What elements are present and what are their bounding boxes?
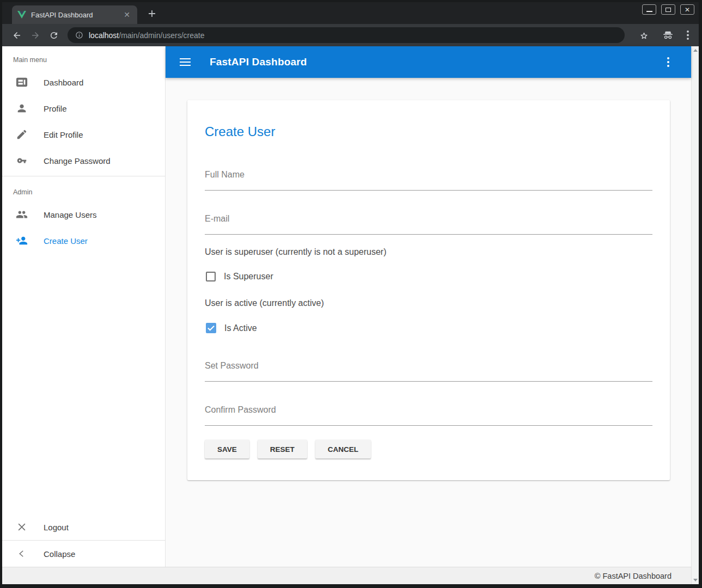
sidebar: Main menu Dashboard Profile [2,46,166,567]
sidebar-item-change-password[interactable]: Change Password [2,148,165,174]
sidebar-item-edit-profile[interactable]: Edit Profile [2,121,165,148]
close-icon [15,520,28,534]
sidebar-item-label: Collapse [44,549,75,559]
email-field[interactable]: E-mail [205,214,652,235]
confirm-password-field[interactable]: Confirm Password [205,405,652,426]
reload-button[interactable] [46,28,62,43]
maximize-button[interactable] [661,4,675,15]
sidebar-item-label: Profile [44,104,67,113]
sidebar-item-label: Manage Users [44,210,97,219]
browser-tab[interactable]: FastAPI Dashboard ✕ [12,5,137,24]
tab-title: FastAPI Dashboard [31,11,122,19]
appbar-kebab-menu-icon[interactable] [662,56,675,69]
minimize-icon [646,11,652,12]
set-password-placeholder: Set Password [205,361,652,371]
url-host: localhost [89,31,119,40]
tab-strip: FastAPI Dashboard ✕ ✕ [2,2,699,24]
close-window-button[interactable]: ✕ [680,4,694,15]
set-password-field[interactable]: Set Password [205,361,652,382]
hamburger-icon[interactable] [179,56,192,69]
people-icon [15,208,28,221]
scroll-down-icon[interactable] [693,579,698,581]
sidebar-item-profile[interactable]: Profile [2,95,165,121]
checkbox-unchecked-icon [206,272,216,281]
page-title: Create User [205,124,652,139]
person-add-icon [15,234,28,247]
superuser-hint: User is superuser (currently is not a su… [205,247,652,257]
sidebar-item-dashboard[interactable]: Dashboard [2,69,165,95]
sidebar-divider [2,176,165,176]
minimize-button[interactable] [642,4,656,15]
create-user-card: Create User Full Name E-mail User is sup… [187,100,670,480]
email-placeholder: E-mail [205,214,652,224]
content-area: Create User Full Name E-mail User is sup… [166,78,691,567]
sidebar-item-manage-users[interactable]: Manage Users [2,201,165,228]
sidebar-item-label: Create User [44,236,88,246]
url-path: /main/admin/users/create [119,31,204,40]
person-icon [15,102,28,115]
confirm-password-placeholder: Confirm Password [205,405,652,415]
back-button[interactable] [9,28,25,43]
checkbox-label: Is Active [224,323,257,333]
sidebar-item-logout[interactable]: Logout [2,514,165,540]
sidebar-item-create-user[interactable]: Create User [2,228,165,254]
cancel-button[interactable]: CANCEL [315,440,371,458]
full-name-field[interactable]: Full Name [205,170,652,191]
save-button[interactable]: SAVE [205,440,249,458]
bookmark-star-icon[interactable] [639,30,649,40]
close-icon: ✕ [685,7,690,13]
url-bar[interactable]: localhost/main/admin/users/create [68,27,625,43]
sidebar-section-admin: Admin [2,179,165,201]
site-info-icon[interactable] [75,31,83,39]
sidebar-item-label: Dashboard [44,78,83,87]
appbar: FastAPI Dashboard [166,46,691,78]
checkbox-checked-icon [206,323,216,333]
reset-button[interactable]: RESET [258,440,307,458]
checkbox-label: Is Superuser [224,272,273,281]
browser-menu-kebab-icon[interactable] [687,30,689,40]
toolbar-actions [639,30,693,40]
appbar-title: FastAPI Dashboard [210,56,307,68]
full-name-placeholder: Full Name [205,170,652,180]
is-superuser-checkbox[interactable]: Is Superuser [206,272,652,281]
window-controls: ✕ [642,4,694,15]
scroll-up-icon[interactable] [693,49,698,52]
active-hint: User is active (currently active) [205,298,652,308]
dashboard-icon [15,76,28,89]
sidebar-item-label: Change Password [44,156,111,166]
vue-logo-icon [17,11,26,19]
browser-window: FastAPI Dashboard ✕ ✕ localhost/main/adm… [2,2,699,584]
maximize-icon [666,8,671,12]
sidebar-item-collapse[interactable]: Collapse [2,541,165,567]
new-tab-button[interactable] [145,7,159,21]
sidebar-section-main-menu: Main menu [2,46,165,69]
vertical-scrollbar[interactable] [691,46,699,584]
pencil-icon [15,128,28,141]
sidebar-item-label: Logout [44,523,69,532]
browser-toolbar: localhost/main/admin/users/create [2,24,699,46]
chevron-left-icon [15,547,28,560]
sidebar-item-label: Edit Profile [44,130,83,139]
footer-text: © FastAPI Dashboard [595,572,672,580]
tab-close-icon[interactable]: ✕ [122,10,132,20]
is-active-checkbox[interactable]: Is Active [206,323,652,333]
page-viewport: Main menu Dashboard Profile [2,46,699,584]
incognito-icon [662,30,674,40]
forward-button[interactable] [28,28,43,43]
key-icon [15,154,28,167]
page-footer: © FastAPI Dashboard [2,567,691,584]
